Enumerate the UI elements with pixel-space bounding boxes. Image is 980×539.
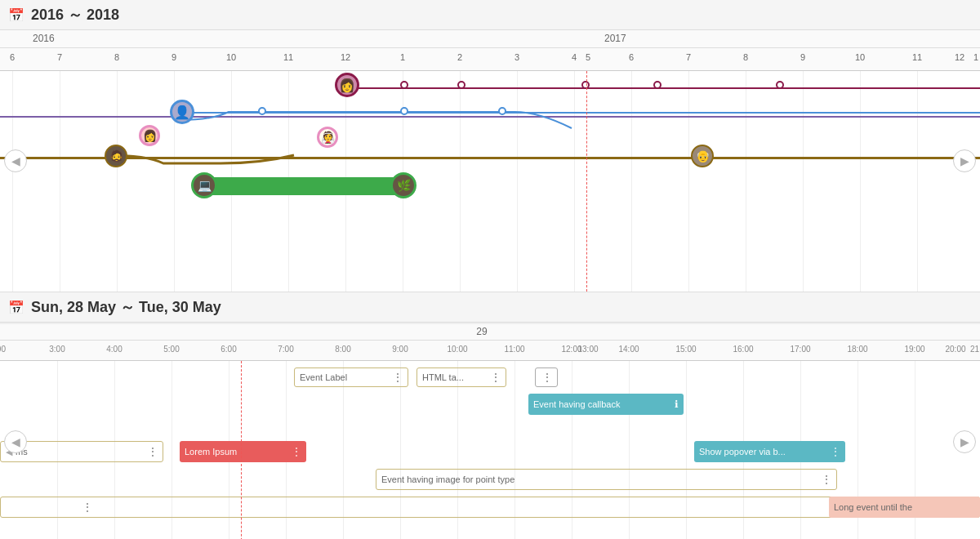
time-1600: 16:00	[733, 345, 753, 354]
top-left-arrow[interactable]: ◀	[4, 149, 27, 172]
time-1700: 17:00	[790, 345, 810, 354]
event-label-bar[interactable]: Event Label ⋮	[294, 368, 408, 387]
time-1500: 15:00	[675, 345, 696, 354]
blue-avatar: 👤	[170, 100, 194, 124]
dayview-body: Event Label ⋮ HTML ta... ⋮ ⋮ Event havin…	[0, 361, 980, 539]
top-section-title: 2016 ～ 2018	[31, 5, 119, 24]
long-event-text: Long event until the	[834, 502, 912, 512]
month-11-2017: 11	[912, 52, 922, 62]
time-2000: 20:00	[945, 345, 965, 354]
top-right-arrow[interactable]: ▶	[953, 149, 976, 172]
time-1100: 11:00	[504, 345, 524, 354]
html-ta-more[interactable]: ⋮	[491, 372, 501, 383]
darkred-dot-2	[457, 81, 466, 89]
time-700: 7:00	[278, 345, 293, 354]
month-7: 7	[57, 52, 62, 62]
time-400: 4:00	[106, 345, 122, 354]
darkred-dot-1	[400, 81, 408, 89]
top-section-header: 📅 2016 ～ 2018	[0, 0, 980, 30]
time-500: 5:00	[163, 345, 179, 354]
bottom-yellow-more[interactable]: ⋮	[82, 501, 92, 513]
time-1800: 18:00	[847, 345, 867, 354]
year-row: 2016 2017	[0, 30, 980, 48]
bottom-section-header: 📅 Sun, 28 May ～ Tue, 30 May	[0, 292, 980, 323]
image-event-more[interactable]: ⋮	[822, 474, 831, 485]
month-3: 3	[514, 52, 519, 62]
bottom-calendar-icon: 📅	[8, 300, 24, 315]
brown-avatar-right: 👴	[691, 145, 714, 167]
darkred-dot-4	[653, 81, 662, 89]
top-timeline-section: ◀ ▶ 2016 2017 6 7 8 9 10 11 12 1 2 3 4 5…	[0, 30, 980, 292]
html-ta-text: HTML ta...	[422, 372, 464, 382]
darkred-dot-3	[581, 81, 590, 89]
brown-curve	[98, 143, 425, 176]
time-300: 3:00	[49, 345, 65, 354]
timeline-header: 2016 2017 6 7 8 9 10 11 12 1 2 3 4 5 6 7…	[0, 30, 980, 71]
month-7-2017: 7	[686, 52, 691, 62]
lorem-ipsum-more[interactable]: ⋮	[292, 446, 301, 457]
time-00: :00	[0, 345, 6, 354]
green-left-circle: 💻	[191, 172, 217, 198]
month-1-2017: 1	[400, 52, 405, 62]
popover-event-more[interactable]: ⋮	[831, 446, 840, 457]
callback-event-more[interactable]: ℹ	[675, 399, 679, 410]
month-9: 9	[172, 52, 176, 62]
month-6-2017: 6	[629, 52, 634, 62]
month-12-2017: 12	[955, 52, 964, 62]
time-1300: 13:00	[577, 345, 598, 354]
darkred-avatar: 👩	[335, 73, 359, 97]
image-event-text: Event having image for point type	[381, 474, 514, 484]
month-12: 12	[341, 52, 350, 62]
darkred-timeline-bar	[347, 87, 980, 89]
green-timeline-bar	[203, 177, 407, 195]
blue-curve	[163, 96, 596, 145]
month-9-2017: 9	[800, 52, 805, 62]
day-29: 29	[476, 326, 487, 337]
dayview-header: 29 :00 3:00 4:00 5:00 6:00 7:00 8:00 9:0…	[0, 324, 980, 361]
long-event-bar[interactable]: Long event until the	[829, 497, 980, 518]
bottom-right-arrow[interactable]: ▶	[953, 430, 976, 453]
blue-dot-2	[400, 107, 408, 115]
bottom-section-title: Sun, 28 May ～ Tue, 30 May	[31, 297, 221, 317]
html-ta-bar[interactable]: HTML ta... ⋮	[416, 368, 506, 387]
brown-avatar-left: 🧔	[105, 145, 127, 167]
day-number-row: 29	[0, 324, 980, 341]
month-8-2017: 8	[743, 52, 748, 62]
month-5: 5	[586, 52, 590, 62]
bottom-dayview-section: ◀ ▶ 29 :00 3:00 4:00 5:00 6:00 7:00 8:00…	[0, 323, 980, 539]
time-600: 6:00	[220, 345, 236, 354]
event-label-text: Event Label	[300, 372, 347, 382]
event-label-more[interactable]: ⋮	[393, 372, 403, 383]
today-marker-top	[586, 71, 587, 292]
today-marker-bottom	[241, 361, 242, 539]
bottom-left-arrow[interactable]: ◀	[4, 430, 27, 453]
image-event-bar[interactable]: Event having image for point type ⋮	[376, 469, 837, 490]
month-10: 10	[226, 52, 236, 62]
time-row: :00 3:00 4:00 5:00 6:00 7:00 8:00 9:00 1…	[0, 341, 980, 361]
month-8: 8	[114, 52, 119, 62]
month-11: 11	[283, 52, 293, 62]
callback-event-text: Event having callback	[533, 399, 620, 409]
ms-more[interactable]: ⋮	[148, 446, 158, 457]
year-2017: 2017	[604, 33, 626, 44]
top-calendar-icon: 📅	[8, 7, 24, 23]
time-900: 9:00	[392, 345, 408, 354]
lorem-ipsum-bar[interactable]: Lorem Ipsum ⋮	[180, 441, 306, 462]
time-800: 8:00	[335, 345, 350, 354]
popover-event-bar[interactable]: Show popover via b... ⋮	[694, 441, 845, 462]
time-1900: 19:00	[904, 345, 924, 354]
month-1-2018: 1	[973, 52, 978, 62]
time-1400: 14:00	[618, 345, 639, 354]
unnamed-dot-more[interactable]: ⋮	[542, 372, 552, 383]
month-4: 4	[572, 52, 577, 62]
unnamed-dot-bar[interactable]: ⋮	[535, 368, 558, 387]
blue-dot-1	[258, 107, 266, 115]
month-row: 6 7 8 9 10 11 12 1 2 3 4 5 6 7 8 9 10 11…	[0, 48, 980, 71]
blue-dot-3	[498, 107, 506, 115]
callback-event-bar[interactable]: Event having callback ℹ	[528, 394, 684, 415]
darkred-dot-5	[776, 81, 784, 89]
popover-event-text: Show popover via b...	[699, 447, 786, 457]
month-6-2016: 6	[10, 52, 15, 62]
time-1000: 10:00	[447, 345, 467, 354]
month-10-2017: 10	[855, 52, 865, 62]
